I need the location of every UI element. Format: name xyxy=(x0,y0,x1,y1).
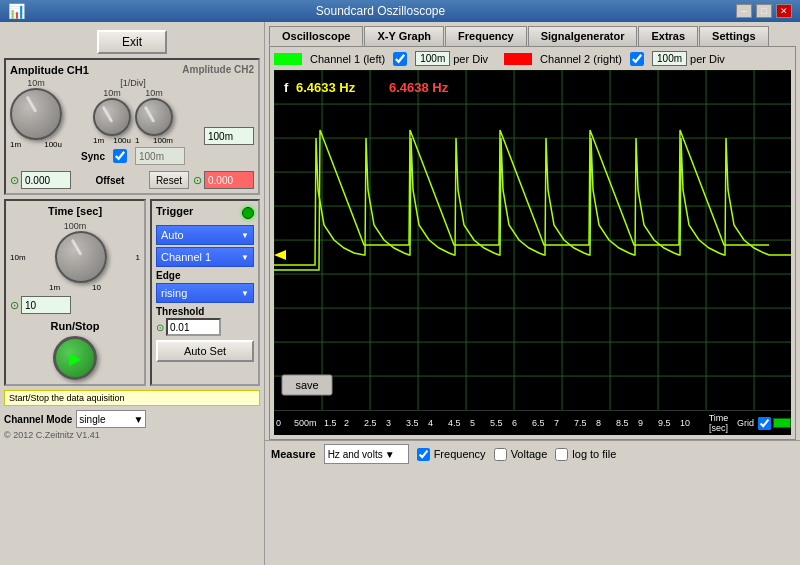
ch2-amplitude-knob-container: 10m 1m 100u xyxy=(93,88,131,145)
ch1-knob-labels: 1m 100u xyxy=(10,140,62,149)
tab-bar: Oscilloscope X-Y Graph Frequency Signalg… xyxy=(265,22,800,46)
amplitude-title: Amplitude CH1 Amplitude CH2 xyxy=(10,64,254,76)
measure-type-dropdown[interactable]: Hz and volts ▼ xyxy=(324,444,409,464)
tab-signalgenerator[interactable]: Signalgenerator xyxy=(528,26,638,46)
ch1-label: Channel 1 (left) xyxy=(310,53,385,65)
trigger-section: Trigger Auto ▼ Channel 1 ▼ Edge rising ▼… xyxy=(150,199,260,386)
dropdown-arrow-icon: ▼ xyxy=(241,231,249,240)
channel-mode-arrow-icon: ▼ xyxy=(133,414,143,425)
trigger-title: Trigger xyxy=(156,205,193,217)
channel-mode-label: Channel Mode xyxy=(4,414,72,425)
ch2-checkbox[interactable] xyxy=(630,52,644,66)
offset-ch2-value[interactable]: 0.000 xyxy=(204,171,254,189)
voltage-checkbox[interactable] xyxy=(494,448,507,461)
amplitude-ch2-label: Amplitude CH2 xyxy=(182,64,254,76)
grid-label: Grid xyxy=(737,418,754,428)
trigger-mode-dropdown[interactable]: Auto ▼ xyxy=(156,225,254,245)
ch2-per-div: 100m per Div xyxy=(652,51,725,66)
reset-button[interactable]: Reset xyxy=(149,171,189,189)
oscilloscope-svg: f 6.4633 Hz 6.4638 Hz save xyxy=(274,70,791,410)
offset-ch1-value[interactable]: 0.000 xyxy=(21,171,71,189)
ch2-indicator xyxy=(504,53,532,65)
ch3-knob[interactable] xyxy=(135,98,173,136)
tab-settings[interactable]: Settings xyxy=(699,26,768,46)
ch2-knob-top-label: 10m xyxy=(103,88,121,98)
oscilloscope-display: f 6.4633 Hz 6.4638 Hz save xyxy=(274,70,791,410)
ch1-amplitude-knob[interactable] xyxy=(10,88,62,140)
offset-label: Offset xyxy=(75,175,145,186)
auto-set-button[interactable]: Auto Set xyxy=(156,340,254,362)
ch1-knob-top-label: 10m xyxy=(27,78,45,88)
trigger-channel-dropdown[interactable]: Channel 1 ▼ xyxy=(156,247,254,267)
ch2-freq-text: 6.4638 Hz xyxy=(389,80,449,95)
sync-checkbox[interactable] xyxy=(113,149,127,163)
freq-prefix-text: f xyxy=(284,80,289,95)
ch1-scale-value: 100m xyxy=(204,127,254,145)
ch2-amplitude-knob[interactable] xyxy=(93,98,131,136)
channel-controls: Channel 1 (left) 100m per Div Channel 2 … xyxy=(274,51,791,66)
app-icon: 📊 xyxy=(8,3,25,19)
ch1-per-div-value[interactable]: 100m xyxy=(415,51,450,66)
ch3-knob-container: 10m 1 100m xyxy=(135,88,173,145)
ch1-checkbox[interactable] xyxy=(393,52,407,66)
offset-icon-ch1: ⊙ xyxy=(10,174,19,187)
exit-button[interactable]: Exit xyxy=(97,30,167,54)
ch3-knob-top-label: 10m xyxy=(145,88,163,98)
div-label: [1/Div] xyxy=(120,78,146,88)
log-label: log to file xyxy=(572,448,616,460)
sync-row: Sync 100m xyxy=(81,147,185,165)
right-panel: Oscilloscope X-Y Graph Frequency Signalg… xyxy=(265,22,800,565)
channel-mode-row: Channel Mode single ▼ xyxy=(4,410,260,428)
minimize-button[interactable]: – xyxy=(736,4,752,18)
bottom-bar: Measure Hz and volts ▼ Frequency Voltage… xyxy=(265,440,800,467)
time-axis: 0 500m 1.5 2 2.5 3 3.5 4 4.5 5 5.5 6 6.5… xyxy=(274,410,791,435)
dropdown-arrow-icon3: ▼ xyxy=(241,289,249,298)
tooltip-bar: Start/Stop the data aquisition xyxy=(4,390,260,406)
close-button[interactable]: ✕ xyxy=(776,4,792,18)
voltage-checkbox-group: Voltage xyxy=(494,448,548,461)
run-stop-button[interactable] xyxy=(53,336,97,380)
dropdown-arrow-icon2: ▼ xyxy=(241,253,249,262)
grid-color-indicator xyxy=(773,418,791,428)
time-section: Time [sec] 100m 10m 1 1m 10 ⊙ 10 xyxy=(4,199,146,386)
amplitude-section: Amplitude CH1 Amplitude CH2 10m 1m 100u … xyxy=(4,58,260,195)
maximize-button[interactable]: □ xyxy=(756,4,772,18)
offset-icon-ch2: ⊙ xyxy=(193,174,202,187)
trigger-led xyxy=(242,207,254,219)
log-checkbox[interactable] xyxy=(555,448,568,461)
left-panel: Exit Amplitude CH1 Amplitude CH2 10m 1m … xyxy=(0,22,265,565)
ch2-scale-value: 100m xyxy=(135,147,185,165)
time-axis-label: Time [sec] xyxy=(700,413,737,433)
tab-oscilloscope[interactable]: Oscilloscope xyxy=(269,26,363,46)
window-controls: – □ ✕ xyxy=(736,4,792,18)
time-scale-value[interactable]: 10 xyxy=(21,296,71,314)
time-knob-container: 100m 10m 1 1m 10 xyxy=(10,221,140,292)
log-checkbox-group: log to file xyxy=(555,448,616,461)
ch1-per-div: 100m per Div xyxy=(415,51,488,66)
tab-xy-graph[interactable]: X-Y Graph xyxy=(364,26,444,46)
grid-checkbox[interactable] xyxy=(758,417,771,430)
oscilloscope-container: Channel 1 (left) 100m per Div Channel 2 … xyxy=(269,46,796,440)
threshold-label: Threshold xyxy=(156,306,254,317)
sync-label: Sync xyxy=(81,151,105,162)
trigger-edge-dropdown[interactable]: rising ▼ xyxy=(156,283,254,303)
run-stop-label: Run/Stop xyxy=(51,320,100,332)
ch2-label: Channel 2 (right) xyxy=(540,53,622,65)
run-stop-section: Run/Stop xyxy=(10,320,140,380)
ch1-freq-text: 6.4633 Hz xyxy=(296,80,356,95)
ch2-per-div-value[interactable]: 100m xyxy=(652,51,687,66)
offset-row: ⊙ 0.000 Offset Reset ⊙ 0.000 xyxy=(10,171,254,189)
tab-frequency[interactable]: Frequency xyxy=(445,26,527,46)
time-knob[interactable] xyxy=(55,231,107,283)
save-btn-label[interactable]: save xyxy=(295,379,318,391)
channel-mode-dropdown[interactable]: single ▼ xyxy=(76,410,146,428)
title-text: Soundcard Oszilloscope xyxy=(316,4,445,18)
measure-dropdown-arrow-icon: ▼ xyxy=(385,449,395,460)
tab-extras[interactable]: Extras xyxy=(638,26,698,46)
ch1-indicator xyxy=(274,53,302,65)
copyright-text: © 2012 C.Zeitnitz V1.41 xyxy=(4,430,260,440)
ch1-amplitude-knob-container: 10m 1m 100u xyxy=(10,78,62,149)
frequency-checkbox[interactable] xyxy=(417,448,430,461)
amplitude-ch1-label: Amplitude CH1 xyxy=(10,64,89,76)
threshold-input[interactable] xyxy=(166,318,221,336)
